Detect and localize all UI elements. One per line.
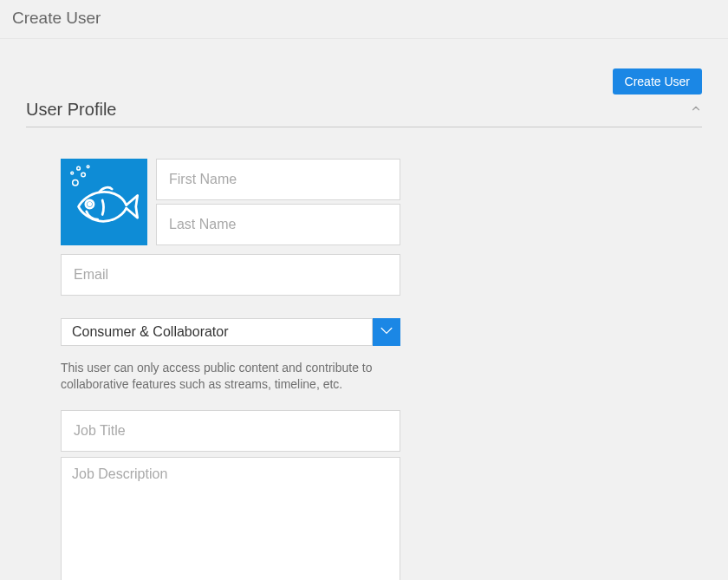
fish-icon: [64, 160, 144, 244]
role-help-text: This user can only access public content…: [61, 360, 390, 393]
last-name-input[interactable]: [156, 204, 400, 245]
role-select-toggle[interactable]: [373, 318, 400, 346]
page-title: Create User: [12, 9, 716, 28]
first-name-input[interactable]: [156, 159, 400, 200]
section-title: User Profile: [26, 100, 116, 120]
chevron-up-icon[interactable]: [690, 102, 702, 118]
svg-point-2: [73, 180, 78, 186]
svg-point-5: [87, 166, 89, 168]
page-header: Create User: [0, 0, 728, 39]
role-select-value[interactable]: Consumer & Collaborator: [61, 318, 373, 346]
avatar[interactable]: [61, 159, 147, 245]
job-title-row: [61, 410, 702, 452]
job-description-input[interactable]: [61, 457, 400, 580]
role-select[interactable]: Consumer & Collaborator: [61, 318, 400, 346]
action-row: Create User: [26, 68, 702, 100]
chevron-down-icon: [378, 322, 395, 342]
form-area: Consumer & Collaborator This user can on…: [26, 127, 702, 580]
avatar-name-row: [61, 159, 702, 245]
section-header: User Profile: [26, 100, 702, 127]
svg-point-1: [88, 203, 91, 205]
job-title-input[interactable]: [61, 410, 400, 452]
create-user-button[interactable]: Create User: [613, 68, 702, 94]
email-input[interactable]: [61, 254, 400, 296]
svg-point-4: [77, 166, 81, 170]
svg-point-6: [71, 172, 74, 174]
content-area: Create User User Profile: [0, 39, 728, 580]
email-row: [61, 254, 702, 296]
svg-point-3: [81, 173, 86, 177]
name-fields: [156, 159, 400, 245]
